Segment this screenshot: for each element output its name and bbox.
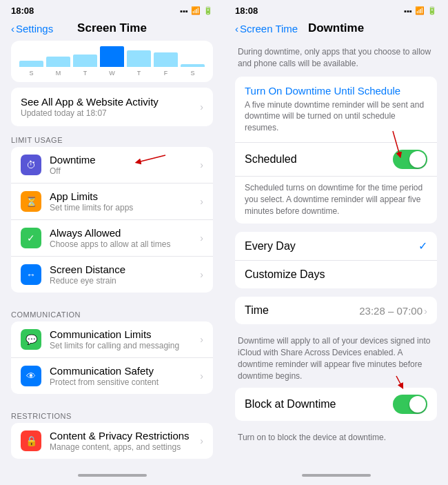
status-icons-right: ▪▪▪ 📶 🔋	[404, 6, 437, 15]
list-item-downtime[interactable]: ⏱ Downtime Off ›	[11, 147, 213, 184]
every-day-row[interactable]: Every Day ✓	[235, 232, 437, 261]
comm-safety-chevron: ›	[200, 370, 203, 382]
content-privacy-chevron: ›	[200, 435, 203, 446]
home-indicator-left	[78, 474, 147, 477]
turn-on-card: Turn On Downtime Until Schedule A five m…	[235, 77, 437, 224]
comm-limits-sub: Set limits for calling and messaging	[50, 341, 200, 350]
list-item-screen-distance[interactable]: ↔ Screen Distance Reduce eye strain ›	[11, 257, 213, 293]
downtime-sub: Off	[50, 166, 200, 176]
turn-on-desc: A five minute downtime reminder will be …	[245, 99, 427, 134]
comm-limits-icon-box: 💬	[21, 329, 41, 350]
activity-chevron: ›	[200, 101, 203, 112]
bar-thu	[127, 50, 151, 67]
chart-bars	[19, 46, 205, 67]
time-card: Time 23:28 – 07:00 ›	[235, 297, 437, 324]
list-item-comm-limits[interactable]: 💬 Communication Limits Set limits for ca…	[11, 321, 213, 358]
content-privacy-icon: 🔒	[26, 435, 37, 446]
right-panel: 18:08 ▪▪▪ 📶 🔋 ‹ Screen Time Downtime Dur…	[224, 0, 448, 485]
app-limits-icon: ⏳	[26, 196, 37, 207]
chart-labels: S M T W T F S	[19, 70, 205, 77]
status-icons-left: ▪▪▪ 📶 🔋	[180, 6, 213, 15]
label-w: W	[100, 70, 124, 77]
time-right: 18:08	[235, 6, 258, 16]
back-label-left: Settings	[16, 23, 53, 34]
battery-icon: 🔋	[203, 6, 213, 15]
turn-on-row[interactable]: Turn On Downtime Until Schedule A five m…	[235, 77, 437, 143]
list-item-comm-safety[interactable]: 👁 Communication Safety Protect from sens…	[11, 358, 213, 394]
time-label: Time	[245, 304, 269, 317]
app-limits-title: App Limits	[50, 190, 200, 202]
section-label-comm: COMMUNICATION	[0, 304, 224, 321]
activity-link[interactable]: See All App & Website Activity Updated t…	[11, 88, 213, 126]
bar-fri	[154, 52, 178, 67]
content-privacy-icon-box: 🔒	[21, 430, 41, 451]
comm-limits-chevron: ›	[200, 334, 203, 345]
scheduled-toggle-thumb	[409, 151, 426, 168]
activity-sub: Updated today at 18:07	[21, 108, 159, 118]
battery-icon-r: 🔋	[427, 6, 437, 15]
time-value: 23:28 – 07:00 ›	[359, 305, 427, 317]
app-limits-icon-box: ⏳	[21, 191, 41, 212]
block-card: Block at Downtime	[235, 388, 437, 421]
comm-safety-text: Communication Safety Protect from sensit…	[50, 365, 200, 387]
customize-days-row[interactable]: Customize Days	[235, 261, 437, 288]
list-item-always-allowed[interactable]: ✓ Always Allowed Choose apps to allow at…	[11, 220, 213, 257]
bar-mon	[46, 57, 70, 67]
downtime-icon: ⏱	[26, 159, 36, 170]
every-day-label: Every Day	[245, 240, 296, 253]
comm-safety-sub: Protect from sensitive content	[50, 377, 200, 387]
block-toggle-thumb	[409, 396, 426, 413]
home-indicator-right	[302, 474, 371, 477]
signal-icon-r: ▪▪▪	[404, 7, 412, 15]
screen-distance-icon-box: ↔	[21, 264, 41, 285]
content-privacy-title: Content & Privacy Restrictions	[50, 430, 200, 442]
time-left: 18:08	[11, 6, 34, 16]
back-button-right[interactable]: ‹ Screen Time	[235, 23, 298, 34]
comm-safety-title: Communication Safety	[50, 365, 200, 377]
time-row[interactable]: Time 23:28 – 07:00 ›	[235, 297, 437, 324]
bar-sun	[19, 61, 43, 67]
scheduled-desc: Scheduled turns on downtime for the time…	[235, 177, 437, 224]
always-allowed-sub: Choose apps to allow at all times	[50, 239, 200, 249]
list-item-app-limits[interactable]: ⏳ App Limits Set time limits for apps ›	[11, 184, 213, 220]
label-f: F	[154, 70, 178, 77]
bar-wed	[100, 46, 124, 67]
scheduled-label: Scheduled	[245, 153, 297, 166]
every-day-check: ✓	[418, 239, 427, 253]
time-display: 23:28 – 07:00	[359, 305, 422, 317]
scheduled-toggle-row: Scheduled	[235, 143, 437, 177]
app-limits-chevron: ›	[200, 196, 203, 207]
limit-usage-group: ⏱ Downtime Off › ⏳ App Limits Set time l…	[11, 147, 213, 293]
downtime-text: Downtime Off	[50, 154, 200, 176]
screen-distance-text: Screen Distance Reduce eye strain	[50, 264, 200, 286]
content-privacy-text: Content & Privacy Restrictions Manage co…	[50, 430, 200, 452]
scheduled-toggle[interactable]	[393, 150, 427, 169]
label-t1: T	[73, 70, 97, 77]
days-card: Every Day ✓ Customize Days	[235, 232, 437, 288]
left-panel: 18:08 ▪▪▪ 📶 🔋 ‹ Settings Screen Time	[0, 0, 224, 485]
label-t2: T	[127, 70, 151, 77]
customize-days-label: Customize Days	[245, 268, 325, 281]
downtime-icon-box: ⏱	[21, 155, 41, 175]
screen-distance-sub: Reduce eye strain	[50, 276, 200, 286]
label-s2: S	[181, 70, 205, 77]
screen-distance-icon: ↔	[26, 269, 36, 280]
communication-group: 💬 Communication Limits Set limits for ca…	[11, 321, 213, 394]
status-bar-right: 18:08 ▪▪▪ 📶 🔋	[224, 0, 448, 19]
list-item-content-privacy[interactable]: 🔒 Content & Privacy Restrictions Manage …	[11, 423, 213, 459]
always-allowed-icon: ✓	[27, 232, 35, 244]
comm-limits-title: Communication Limits	[50, 328, 200, 340]
block-toggle[interactable]	[393, 395, 427, 414]
downtime-chevron: ›	[200, 159, 203, 170]
scroll-content-left: S M T W T F S See All App & Website Acti…	[0, 41, 224, 468]
time-chevron: ›	[424, 305, 427, 317]
page-title-left: Screen Time	[77, 21, 147, 35]
comm-safety-icon: 👁	[26, 370, 36, 382]
app-limits-text: App Limits Set time limits for apps	[50, 190, 200, 212]
wifi-icon-r: 📶	[415, 6, 425, 15]
section-label-limit: LIMIT USAGE	[0, 129, 224, 147]
block-desc: Turn on to block the device at downtime.	[235, 429, 437, 449]
home-bar-right	[224, 468, 448, 485]
activity-text: See All App & Website Activity Updated t…	[21, 96, 159, 118]
back-button-left[interactable]: ‹ Settings	[11, 23, 53, 34]
